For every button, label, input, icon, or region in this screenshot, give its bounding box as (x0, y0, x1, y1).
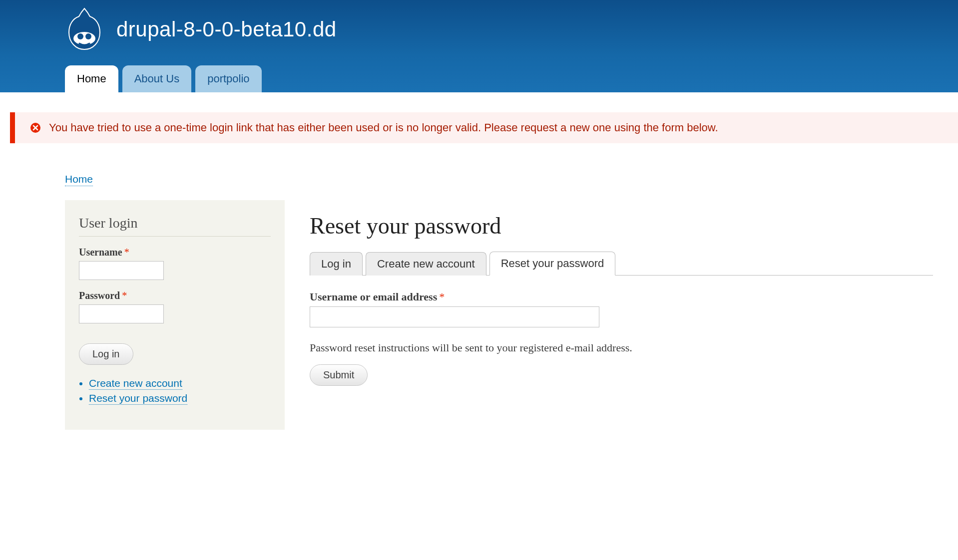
svg-point-0 (73, 32, 95, 45)
nav-tab-home[interactable]: Home (65, 65, 118, 92)
required-mark: * (439, 290, 445, 303)
nav-tab-portpolio[interactable]: portpolio (195, 65, 261, 92)
password-label: Password* (79, 290, 271, 301)
tab-create-account[interactable]: Create new account (366, 252, 486, 276)
link-reset-password[interactable]: Reset your password (89, 392, 187, 405)
help-text: Password reset instructions will be sent… (310, 341, 933, 354)
svg-point-2 (85, 33, 91, 39)
breadcrumb: Home (65, 173, 958, 185)
sidebar-title: User login (79, 215, 271, 237)
breadcrumb-home[interactable]: Home (65, 173, 93, 186)
tab-login[interactable]: Log in (310, 252, 363, 276)
error-icon (30, 122, 41, 133)
username-label: Username* (79, 247, 271, 258)
tab-reset-password[interactable]: Reset your password (489, 252, 616, 276)
nav-tab-about-us[interactable]: About Us (122, 65, 192, 92)
content-tabs: Log in Create new account Reset your pas… (310, 252, 933, 276)
site-header: drupal-8-0-0-beta10.dd Home About Us por… (0, 0, 958, 92)
username-or-email-label: Username or email address* (310, 290, 933, 303)
username-or-email-field[interactable] (310, 306, 599, 327)
required-mark: * (124, 247, 129, 258)
main-content: Reset your password Log in Create new ac… (310, 200, 933, 430)
sidebar-user-login: User login Username* Password* Log in Cr… (65, 200, 285, 430)
link-create-account[interactable]: Create new account (89, 377, 182, 390)
error-message: You have tried to use a one-time login l… (10, 112, 958, 143)
sidebar-links: Create new account Reset your password (79, 377, 271, 404)
required-mark: * (122, 290, 127, 301)
error-text: You have tried to use a one-time login l… (49, 121, 718, 134)
drupal-logo-icon (65, 7, 104, 51)
site-name: drupal-8-0-0-beta10.dd (116, 17, 337, 41)
username-field[interactable] (79, 261, 164, 280)
login-button[interactable]: Log in (79, 343, 133, 365)
primary-nav: Home About Us portpolio (65, 65, 839, 92)
password-field[interactable] (79, 304, 164, 323)
submit-button[interactable]: Submit (310, 364, 368, 386)
page-title: Reset your password (310, 213, 933, 239)
svg-point-1 (77, 33, 83, 39)
